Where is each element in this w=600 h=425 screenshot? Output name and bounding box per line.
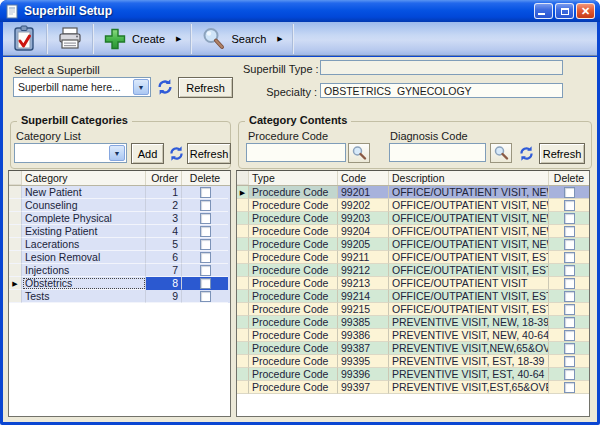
category-cell[interactable]: New Patient bbox=[22, 186, 146, 199]
refresh-icon[interactable] bbox=[168, 145, 185, 162]
procedure-row[interactable]: Procedure Code99205OFFICE/OUTPATIENT VIS… bbox=[237, 238, 589, 251]
delete-checkbox[interactable] bbox=[564, 252, 575, 263]
category-cell[interactable]: Counseling bbox=[22, 199, 146, 212]
procedure-row[interactable]: Procedure Code99213OFFICE/OUTPATIENT VIS… bbox=[237, 277, 589, 290]
delete-checkbox[interactable] bbox=[564, 317, 575, 328]
description-cell[interactable]: PREVENTIVE VISIT, EST, 18-39 bbox=[389, 355, 549, 368]
code-cell[interactable]: 99387 bbox=[338, 342, 389, 355]
code-cell[interactable]: 99386 bbox=[338, 329, 389, 342]
order-cell[interactable]: 1 bbox=[146, 186, 182, 199]
row-selector[interactable] bbox=[9, 225, 22, 238]
delete-checkbox[interactable] bbox=[200, 265, 211, 276]
delete-checkbox[interactable] bbox=[564, 213, 575, 224]
row-selector[interactable] bbox=[9, 199, 22, 212]
add-category-button[interactable]: Add bbox=[131, 143, 164, 164]
description-cell[interactable]: PREVENTIVE VISIT, EST, 40-64 bbox=[389, 368, 549, 381]
delete-checkbox[interactable] bbox=[564, 265, 575, 276]
category-row[interactable]: Complete Physical3 bbox=[9, 212, 230, 225]
procedure-row[interactable]: Procedure Code99397PREVENTIVE VISIT,EST,… bbox=[237, 381, 589, 394]
row-selector[interactable]: ▶ bbox=[9, 277, 22, 290]
type-cell[interactable]: Procedure Code bbox=[249, 212, 338, 225]
code-cell[interactable]: 99214 bbox=[338, 290, 389, 303]
delete-checkbox[interactable] bbox=[200, 200, 211, 211]
description-cell[interactable]: OFFICE/OUTPATIENT VISIT, NEW bbox=[389, 212, 549, 225]
code-cell[interactable]: 99385 bbox=[338, 316, 389, 329]
diagnosis-code-field[interactable] bbox=[389, 143, 486, 162]
delete-checkbox[interactable] bbox=[200, 239, 211, 250]
description-cell[interactable]: OFFICE/OUTPATIENT VISIT, NEW bbox=[389, 199, 549, 212]
row-selector[interactable] bbox=[237, 225, 249, 238]
create-button[interactable]: Create ▶ bbox=[95, 24, 189, 54]
procedure-row[interactable]: Procedure Code99202OFFICE/OUTPATIENT VIS… bbox=[237, 199, 589, 212]
description-cell[interactable]: OFFICE/OUTPATIENT VISIT, NEW bbox=[389, 186, 549, 199]
row-selector[interactable] bbox=[9, 238, 22, 251]
superbill-type-field[interactable] bbox=[320, 60, 563, 75]
print-button[interactable] bbox=[49, 24, 91, 54]
category-row[interactable]: Existing Patient4 bbox=[9, 225, 230, 238]
delete-checkbox[interactable] bbox=[564, 343, 575, 354]
specialty-field[interactable]: OBSTETRICS GYNECOLOGY bbox=[320, 83, 563, 98]
type-cell[interactable]: Procedure Code bbox=[249, 199, 338, 212]
code-cell[interactable]: 99397 bbox=[338, 381, 389, 394]
category-cell[interactable]: Existing Patient bbox=[22, 225, 146, 238]
delete-checkbox[interactable] bbox=[564, 200, 575, 211]
type-cell[interactable]: Procedure Code bbox=[249, 290, 338, 303]
category-row[interactable]: Lesion Removal6 bbox=[9, 251, 230, 264]
delete-checkbox[interactable] bbox=[564, 369, 575, 380]
row-selector[interactable] bbox=[237, 238, 249, 251]
description-cell[interactable]: OFFICE/OUTPATIENT VISIT, EST bbox=[389, 303, 549, 316]
procedure-row[interactable]: Procedure Code99386PREVENTIVE VISIT, NEW… bbox=[237, 329, 589, 342]
procedure-row[interactable]: Procedure Code99212OFFICE/OUTPATIENT VIS… bbox=[237, 264, 589, 277]
delete-checkbox[interactable] bbox=[564, 330, 575, 341]
column-header-category[interactable]: Category bbox=[22, 171, 146, 185]
categories-refresh-button[interactable]: Refresh bbox=[187, 143, 231, 164]
procedure-row[interactable]: Procedure Code99215OFFICE/OUTPATIENT VIS… bbox=[237, 303, 589, 316]
delete-checkbox[interactable] bbox=[564, 291, 575, 302]
category-cell[interactable]: Lesion Removal bbox=[22, 251, 146, 264]
order-cell[interactable]: 4 bbox=[146, 225, 182, 238]
titlebar[interactable]: Superbill Setup ✕ bbox=[0, 0, 600, 22]
delete-checkbox[interactable] bbox=[564, 239, 575, 250]
description-cell[interactable]: OFFICE/OUTPATIENT VISIT, EST bbox=[389, 251, 549, 264]
order-cell[interactable]: 7 bbox=[146, 264, 182, 277]
procedure-row[interactable]: Procedure Code99211OFFICE/OUTPATIENT VIS… bbox=[237, 251, 589, 264]
row-selector[interactable] bbox=[237, 368, 249, 381]
delete-checkbox[interactable] bbox=[564, 226, 575, 237]
procedure-code-search-button[interactable] bbox=[348, 143, 370, 163]
column-header-delete[interactable]: Delete bbox=[549, 171, 589, 185]
row-selector[interactable] bbox=[237, 251, 249, 264]
column-header-code[interactable]: Code bbox=[338, 171, 389, 185]
dropdown-arrow-icon[interactable]: ▼ bbox=[133, 79, 149, 95]
code-cell[interactable]: 99215 bbox=[338, 303, 389, 316]
category-row[interactable]: Injections7 bbox=[9, 264, 230, 277]
category-cell[interactable]: Obstetrics bbox=[22, 277, 146, 290]
category-cell[interactable]: Complete Physical bbox=[22, 212, 146, 225]
code-cell[interactable]: 99202 bbox=[338, 199, 389, 212]
category-row[interactable]: ▶Obstetrics8 bbox=[9, 277, 230, 290]
dropdown-arrow-icon[interactable]: ▼ bbox=[109, 145, 125, 161]
description-cell[interactable]: OFFICE/OUTPATIENT VISIT, NEW bbox=[389, 225, 549, 238]
row-selector[interactable] bbox=[9, 251, 22, 264]
refresh-icon[interactable] bbox=[518, 145, 535, 162]
description-cell[interactable]: OFFICE/OUTPATIENT VISIT, NEW bbox=[389, 238, 549, 251]
order-cell[interactable]: 9 bbox=[146, 290, 182, 303]
row-selector[interactable] bbox=[237, 329, 249, 342]
row-selector[interactable] bbox=[237, 355, 249, 368]
delete-checkbox[interactable] bbox=[200, 278, 211, 289]
row-selector[interactable] bbox=[237, 199, 249, 212]
row-selector[interactable] bbox=[9, 212, 22, 225]
procedure-row[interactable]: Procedure Code99395PREVENTIVE VISIT, EST… bbox=[237, 355, 589, 368]
maximize-button[interactable] bbox=[555, 3, 574, 19]
order-cell[interactable]: 5 bbox=[146, 238, 182, 251]
type-cell[interactable]: Procedure Code bbox=[249, 368, 338, 381]
type-cell[interactable]: Procedure Code bbox=[249, 355, 338, 368]
delete-checkbox[interactable] bbox=[200, 291, 211, 302]
procedure-row[interactable]: Procedure Code99385PREVENTIVE VISIT, NEW… bbox=[237, 316, 589, 329]
delete-checkbox[interactable] bbox=[200, 226, 211, 237]
procedure-code-field[interactable] bbox=[246, 143, 346, 162]
procedure-row[interactable]: Procedure Code99214OFFICE/OUTPATIENT VIS… bbox=[237, 290, 589, 303]
row-selector[interactable] bbox=[237, 381, 249, 394]
row-selector[interactable] bbox=[237, 342, 249, 355]
description-cell[interactable]: PREVENTIVE VISIT, NEW, 40-64 bbox=[389, 329, 549, 342]
delete-checkbox[interactable] bbox=[564, 304, 575, 315]
